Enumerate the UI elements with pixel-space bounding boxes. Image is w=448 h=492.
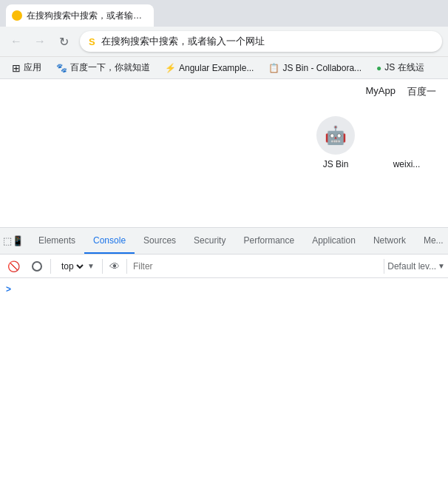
tab-sources[interactable]: Sources (135, 228, 185, 254)
myapp-link[interactable]: MyApp (366, 85, 396, 98)
console-separator-3 (126, 259, 127, 274)
ban-icon: 🚫 (7, 260, 20, 272)
page-top-links: MyApp 百度一 (0, 79, 448, 104)
apps-grid-icon: ⊞ (12, 62, 21, 74)
bookmark-label: 百度一下，你就知道 (70, 61, 150, 74)
reload-icon: ↻ (59, 35, 69, 49)
angular-icon: ⚡ (165, 63, 176, 73)
default-level-dropdown[interactable]: Default lev... ▼ (387, 261, 445, 272)
tab-application[interactable]: Application (303, 228, 364, 254)
address-input[interactable]: S 在搜狗搜索中搜索，或者输入一个网址 (80, 31, 442, 52)
bookmark-label: JS Bin - Collabora... (282, 63, 362, 73)
chevron-down-icon: ▼ (87, 262, 95, 270)
circle-icon (32, 261, 42, 272)
forward-button[interactable]: → (30, 31, 50, 52)
context-dropdown[interactable]: top (58, 260, 86, 272)
card-area: 🤖 JS Bin weixi... (0, 104, 448, 181)
tab-network[interactable]: Network (364, 228, 415, 254)
jsbin-card: 🤖 JS Bin (306, 116, 365, 169)
jsbin-card-icon: 🤖 (316, 116, 355, 155)
tab-security[interactable]: Security (185, 228, 234, 254)
devtools-tabs: Elements Console Sources Security Perfor… (30, 228, 448, 254)
bookmark-angular[interactable]: ⚡ Angular Example... (159, 61, 259, 75)
jsonline-icon: ● (376, 63, 381, 73)
tab-console[interactable]: Console (84, 228, 135, 254)
tab-performance[interactable]: Performance (234, 228, 303, 254)
prompt-arrow: > (6, 284, 11, 294)
bookmark-label: JS 在线运 (384, 61, 424, 74)
context-selector[interactable]: top ▼ (54, 259, 99, 274)
eye-button[interactable]: 👁 (106, 257, 123, 275)
default-level-text: Default lev... (387, 261, 436, 272)
eye-icon: 👁 (109, 260, 120, 272)
console-content: > (0, 278, 448, 426)
device-icon: 📱 (12, 235, 24, 246)
inspect-element-button[interactable]: ⬚ (3, 231, 12, 252)
bookmark-apps[interactable]: ⊞ 应用 (6, 60, 47, 75)
back-button[interactable]: ← (6, 31, 27, 52)
baidu-link[interactable]: 百度一 (407, 85, 436, 98)
address-text: 在搜狗搜索中搜索，或者输入一个网址 (101, 35, 433, 48)
device-toggle-button[interactable]: 📱 (12, 231, 24, 252)
tab-elements[interactable]: Elements (30, 228, 84, 254)
tab-title: 在搜狗搜索中搜索，或者输入一个网址 (27, 10, 148, 22)
weixi-card-label: weixi... (393, 159, 421, 169)
baidu-icon: 🐾 (56, 63, 67, 73)
devtools-tabbar: ⬚ 📱 Elements Console Sources Security Pe… (0, 228, 448, 255)
weixi-card: weixi... (377, 116, 436, 169)
devtools-panel: ⬚ 📱 Elements Console Sources Security Pe… (0, 227, 448, 426)
tab-favicon (12, 10, 22, 21)
jsbin-card-label: JS Bin (323, 159, 349, 169)
console-separator-4 (384, 259, 384, 274)
tab-more[interactable]: Me... (415, 228, 448, 254)
forward-icon: → (34, 35, 46, 48)
bookmark-baidu[interactable]: 🐾 百度一下，你就知道 (50, 60, 156, 75)
console-prompt[interactable]: > (6, 284, 442, 294)
bookmark-jsbin[interactable]: 📋 JS Bin - Collabora... (262, 61, 367, 75)
clear-console-button[interactable]: 🚫 (3, 256, 24, 277)
chevron-down-icon-level: ▼ (438, 262, 445, 270)
bookmark-label: Angular Example... (179, 63, 254, 73)
reload-button[interactable]: ↻ (53, 31, 74, 52)
bookmarks-bar: ⊞ 应用 🐾 百度一下，你就知道 ⚡ Angular Example... 📋 … (0, 56, 448, 78)
active-tab[interactable]: 在搜狗搜索中搜索，或者输入一个网址 (6, 4, 154, 27)
bookmark-jsonline[interactable]: ● JS 在线运 (370, 60, 430, 75)
jsbin-icon: 📋 (268, 63, 279, 73)
address-bar: ← → ↻ S 在搜狗搜索中搜索，或者输入一个网址 (0, 27, 448, 56)
nav-buttons: ← → ↻ (6, 31, 74, 52)
search-icon: S (89, 36, 95, 47)
cursor-icon: ⬚ (3, 235, 12, 246)
bookmark-label: 应用 (24, 61, 41, 74)
page-content: MyApp 百度一 🤖 JS Bin weixi... (0, 79, 448, 227)
console-separator-1 (50, 259, 51, 274)
console-separator-2 (102, 259, 103, 274)
preserve-log-button[interactable] (27, 256, 47, 277)
console-toolbar: 🚫 top ▼ 👁 Default lev... ▼ (0, 255, 448, 278)
filter-input[interactable] (130, 257, 381, 275)
robot-icon: 🤖 (325, 125, 347, 146)
back-icon: ← (10, 35, 22, 48)
